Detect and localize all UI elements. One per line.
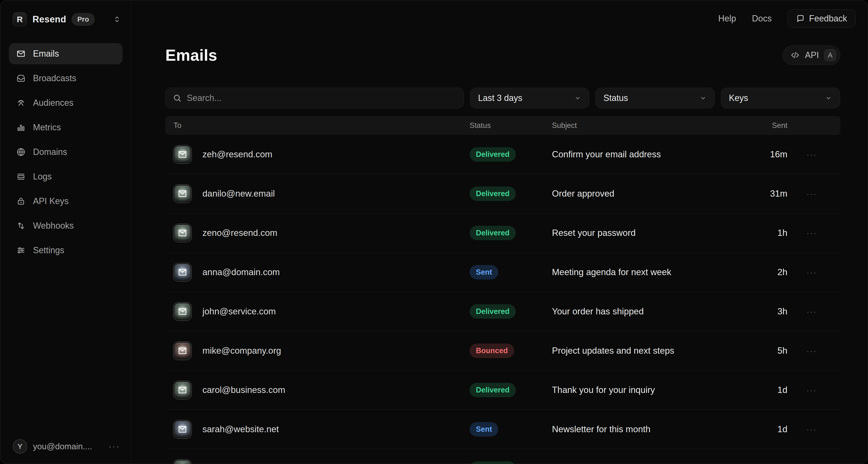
code-icon [790, 51, 800, 60]
row-subject: Thank you for your inquiry [552, 385, 770, 395]
table-row[interactable]: john@service.comDeliveredYour order has … [165, 292, 840, 331]
row-sent: 5h [770, 346, 791, 356]
status-badge: Delivered [470, 383, 516, 397]
email-keycap-icon [174, 146, 191, 163]
search-input[interactable] [187, 93, 456, 103]
sidebar-item-broadcasts[interactable]: Broadcasts [9, 68, 123, 89]
logs-icon [16, 172, 26, 181]
filter-dropdown-status[interactable]: Status [595, 88, 715, 108]
row-actions-ellipsis-icon[interactable]: ··· [791, 307, 832, 316]
row-subject: Meeting agenda for next week [552, 267, 770, 277]
sidebar-item-label: Webhooks [33, 221, 74, 231]
filter-dropdown-last-3-days[interactable]: Last 3 days [470, 88, 589, 108]
status-badge: Delivered [470, 461, 516, 464]
sidebar-item-emails[interactable]: Emails [9, 43, 123, 64]
table-row[interactable]: zeh@resend.comDeliveredConfirm your emai… [165, 135, 840, 174]
row-subject: Confirm your email address [552, 149, 770, 160]
row-subject: Your order has shipped [552, 307, 770, 317]
api-keys-icon [16, 196, 26, 206]
audiences-icon [16, 98, 26, 108]
search-icon [173, 94, 182, 103]
sidebar-item-metrics[interactable]: Metrics [9, 117, 123, 138]
sidebar-item-audiences[interactable]: Audiences [9, 92, 123, 113]
chevron-down-icon [574, 94, 581, 102]
row-actions-ellipsis-icon[interactable]: ··· [791, 228, 832, 238]
sidebar-nav: EmailsBroadcastsAudiencesMetricsDomainsL… [9, 43, 123, 264]
row-to: mike@company.org [203, 346, 470, 356]
workspace-switcher[interactable]: R Resend Pro [9, 11, 123, 28]
feedback-label: Feedback [809, 13, 847, 24]
sidebar-item-settings[interactable]: Settings [9, 240, 123, 261]
api-button[interactable]: API A [782, 46, 840, 65]
avatar: Y [13, 439, 27, 454]
sidebar-item-webhooks[interactable]: Webhooks [9, 215, 123, 236]
user-account-row[interactable]: Y you@domain.... ··· [9, 439, 123, 455]
row-sent: 2h [770, 267, 791, 277]
chevron-up-down-icon[interactable] [113, 15, 121, 23]
row-sent: 1d [770, 385, 791, 395]
table-row[interactable]: carol@business.comDeliveredThank you for… [165, 371, 840, 410]
row-to: john@service.com [203, 307, 470, 317]
status-badge: Delivered [470, 226, 516, 240]
table-row[interactable]: Delivered··· [165, 449, 840, 464]
sidebar-item-domains[interactable]: Domains [9, 141, 123, 163]
metrics-icon [16, 123, 26, 132]
status-badge: Delivered [470, 186, 516, 201]
keyboard-shortcut-badge: A [824, 49, 836, 61]
row-actions-ellipsis-icon[interactable]: ··· [791, 189, 832, 199]
message-square-icon [796, 14, 804, 23]
row-sent: 31m [770, 188, 791, 199]
emails-table: To Status Subject Sent zeh@resend.comDel… [165, 116, 840, 464]
sidebar-item-label: API Keys [33, 196, 69, 206]
sidebar-item-api-keys[interactable]: API Keys [9, 191, 123, 212]
row-subject: Newsletter for this month [552, 424, 770, 434]
user-email: you@domain.... [33, 442, 92, 451]
row-actions-ellipsis-icon[interactable]: ··· [791, 425, 832, 434]
row-sent: 3h [770, 307, 791, 317]
table-row[interactable]: zeno@resend.comDeliveredReset your passw… [165, 213, 840, 253]
column-header-to: To [174, 121, 470, 130]
email-keycap-icon [174, 342, 191, 360]
row-subject: Reset your password [552, 228, 770, 238]
search-box [165, 88, 464, 108]
column-header-sent: Sent [772, 121, 791, 130]
column-header-subject: Subject [552, 121, 772, 130]
feedback-button[interactable]: Feedback [787, 9, 856, 28]
row-sent: 1h [770, 228, 791, 238]
sidebar-item-label: Broadcasts [33, 73, 76, 83]
column-header-status: Status [470, 121, 552, 130]
broadcasts-icon [16, 74, 26, 83]
row-actions-ellipsis-icon[interactable]: ··· [791, 346, 832, 356]
status-badge: Delivered [470, 147, 516, 162]
sidebar-item-label: Logs [33, 172, 52, 182]
emails-icon [16, 49, 26, 59]
row-subject: Project updates and next steps [552, 346, 770, 356]
row-actions-ellipsis-icon[interactable]: ··· [791, 385, 832, 395]
row-actions-ellipsis-icon[interactable]: ··· [791, 150, 832, 159]
row-subject: Order approved [552, 188, 770, 199]
chevron-down-icon [700, 94, 707, 102]
main-content: Help Docs Feedback Emails API [131, 0, 868, 464]
sidebar-item-label: Domains [33, 147, 67, 157]
sidebar-item-logs[interactable]: Logs [9, 166, 123, 187]
brand-name: Resend [32, 14, 66, 25]
domains-icon [16, 147, 26, 157]
filter-dropdown-keys[interactable]: Keys [721, 88, 840, 108]
docs-link[interactable]: Docs [752, 13, 772, 24]
help-link[interactable]: Help [718, 13, 736, 24]
plan-badge: Pro [71, 13, 95, 26]
row-to: zeno@resend.com [203, 228, 470, 238]
row-actions-ellipsis-icon[interactable]: ··· [791, 268, 832, 277]
user-menu-ellipsis-icon[interactable]: ··· [108, 441, 120, 452]
table-row[interactable]: anna@domain.comSentMeeting agenda for ne… [165, 253, 840, 292]
table-row[interactable]: mike@company.orgBouncedProject updates a… [165, 331, 840, 371]
table-row[interactable]: danilo@new.emailDeliveredOrder approved3… [165, 174, 840, 213]
email-keycap-icon [174, 420, 191, 438]
email-keycap-icon [174, 224, 191, 242]
table-header: To Status Subject Sent [165, 116, 840, 135]
status-badge: Sent [470, 422, 498, 437]
resend-dashboard-window: R Resend Pro EmailsBroadcastsAudiencesMe… [0, 0, 868, 464]
table-row[interactable]: sarah@website.netSentNewsletter for this… [165, 410, 840, 449]
row-to: sarah@website.net [203, 424, 470, 434]
status-badge: Bounced [470, 344, 514, 358]
